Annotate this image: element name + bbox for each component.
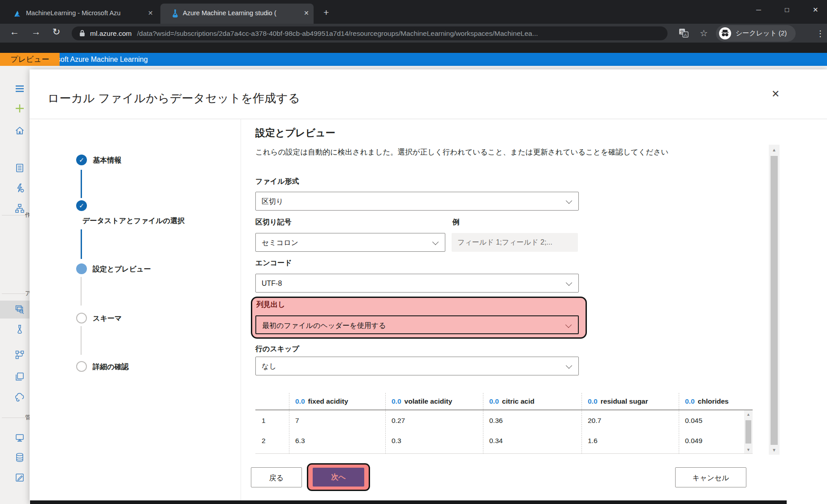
dialog-scrollbar[interactable]: ▲ ▼ [769, 145, 780, 455]
skip-rows-label: 行のスキップ [255, 345, 299, 354]
tab-title: Azure Machine Learning studio ( [183, 9, 300, 17]
scroll-down-icon[interactable]: ▼ [769, 448, 780, 452]
step-label[interactable]: 設定とプレビュー [93, 265, 151, 274]
rail-section-letter: 作 [25, 211, 30, 219]
datastores-icon[interactable] [15, 452, 25, 462]
dialog-divider [30, 119, 827, 119]
column-header: 0.0citric acid [489, 397, 534, 405]
table-cell: 0.36 [489, 417, 503, 425]
encoding-label: エンコード [255, 258, 292, 268]
tab-close-icon[interactable]: ✕ [304, 9, 309, 17]
file-format-label: ファイル形式 [255, 177, 299, 186]
back-button[interactable]: ← [10, 26, 19, 37]
next-button[interactable]: 次へ [313, 468, 364, 487]
datasets-icon[interactable] [15, 305, 25, 314]
rail-divider [2, 293, 25, 294]
step-basic-info-circle[interactable]: ✓ [76, 155, 87, 165]
skip-rows-dropdown[interactable]: なし [255, 357, 579, 375]
example-label: 例 [452, 218, 460, 227]
step-schema-circle[interactable] [76, 313, 87, 323]
scrollbar-thumb[interactable] [745, 420, 751, 444]
designer-icon[interactable] [15, 203, 25, 213]
window-close-button[interactable]: ✕ [813, 6, 818, 14]
window-minimize-button[interactable]: ─ [756, 6, 761, 13]
step-confirm-circle[interactable] [76, 361, 87, 372]
data-labeling-icon[interactable] [15, 473, 25, 482]
step-settings-preview-circle[interactable] [76, 263, 87, 274]
step-label[interactable]: スキーマ [93, 314, 122, 323]
numeric-type-icon: 0.0 [489, 397, 499, 405]
table-cell: 0.049 [685, 437, 702, 445]
step-connector [81, 170, 82, 198]
step-datastore-circle[interactable]: ✓ [76, 200, 87, 211]
bookmark-star-icon[interactable]: ☆ [700, 28, 708, 39]
column-header: 0.0residual sugar [588, 397, 648, 405]
encoding-dropdown[interactable]: UTF-8 [255, 274, 579, 293]
step-connector [81, 326, 82, 355]
tab-close-icon[interactable]: ✕ [148, 9, 153, 17]
experiments-icon[interactable] [15, 324, 25, 334]
pipelines-icon[interactable] [15, 350, 25, 360]
back-button[interactable]: 戻る [251, 467, 302, 487]
automated-ml-icon[interactable] [15, 183, 25, 193]
step-label[interactable]: データストアとファイルの選択 [82, 216, 185, 226]
table-cell: 0.045 [685, 417, 702, 425]
table-cell: 1.6 [588, 437, 598, 445]
step-label[interactable]: 基本情報 [93, 156, 121, 165]
chevron-down-icon [432, 239, 439, 245]
column-headers-dropdown[interactable]: 最初のファイルのヘッダーを使用する [255, 315, 579, 334]
cancel-button[interactable]: キャンセル [675, 467, 746, 487]
translate-icon[interactable]: 文A [678, 28, 689, 39]
table-scrollbar[interactable]: ▲ ▼ [744, 410, 753, 453]
step-connector [81, 277, 82, 306]
url-path: /data?wsid=/subscriptions/2da7a4cc-a378-… [137, 26, 657, 40]
file-format-dropdown[interactable]: 区切り [255, 192, 579, 211]
delimiter-dropdown[interactable]: セミコロン [255, 233, 445, 252]
dialog-column-divider [241, 119, 241, 504]
column-headers-label: 列見出し [256, 300, 285, 310]
menu-icon[interactable] [15, 84, 25, 94]
table-header-underline [255, 409, 753, 410]
browser-tab-1[interactable]: MachineLearning - Microsoft Azu ✕ [5, 4, 158, 24]
ml-studio-logo-icon [171, 9, 179, 17]
scroll-down-icon[interactable]: ▼ [744, 448, 753, 452]
new-item-plus-icon[interactable] [15, 103, 25, 113]
step-connector [81, 229, 82, 259]
endpoints-icon[interactable] [15, 392, 25, 402]
example-field: フィールド 1;フィールド 2;... [452, 233, 578, 252]
browser-tab-2-active[interactable]: Azure Machine Learning studio ( ✕ [160, 4, 314, 24]
column-header: 0.0volatile acidity [392, 397, 452, 405]
models-icon[interactable] [15, 372, 25, 382]
scrollbar-thumb[interactable] [771, 156, 778, 445]
numeric-type-icon: 0.0 [588, 397, 598, 405]
row-number: 1 [262, 417, 266, 425]
rail-section-letter: 管 [25, 414, 30, 422]
dialog-close-icon[interactable]: ✕ [771, 88, 780, 100]
incognito-profile-chip[interactable]: シークレット (2) [716, 25, 796, 42]
browser-window: MachineLearning - Microsoft Azu ✕ Azure … [0, 0, 827, 504]
column-header: 0.0chlorides [685, 397, 728, 405]
new-tab-button[interactable]: + [323, 7, 329, 18]
annotation-next-highlight: 次へ [307, 463, 370, 491]
forward-button[interactable]: → [31, 26, 41, 37]
table-cell: 0.3 [392, 437, 401, 445]
tab-title: MachineLearning - Microsoft Azu [26, 9, 147, 17]
azure-portal-logo-icon [13, 10, 21, 17]
scroll-up-icon[interactable]: ▲ [744, 412, 753, 417]
compute-icon[interactable] [15, 433, 25, 443]
step-label[interactable]: 詳細の確認 [93, 362, 129, 372]
lock-icon [79, 30, 85, 37]
numeric-type-icon: 0.0 [685, 397, 695, 405]
content-heading: 設定とプレビュー [255, 126, 336, 140]
window-maximize-button[interactable]: □ [785, 6, 789, 13]
scroll-up-icon[interactable]: ▲ [769, 147, 780, 152]
column-header: 0.0fixed acidity [295, 397, 348, 405]
chevron-down-icon [565, 322, 572, 328]
create-dataset-dialog: ローカル ファイルからデータセットを作成する ✕ ✓ 基本情報 ✓ データストア… [30, 69, 827, 504]
browser-menu-kebab-icon[interactable]: ⋮ [816, 29, 824, 39]
address-bar[interactable]: ml.azure.com /data?wsid=/subscriptions/2… [72, 26, 668, 40]
reload-button[interactable]: ↻ [52, 26, 60, 37]
home-icon[interactable] [15, 125, 25, 135]
chevron-down-icon [566, 280, 572, 286]
notebooks-icon[interactable] [15, 163, 25, 173]
